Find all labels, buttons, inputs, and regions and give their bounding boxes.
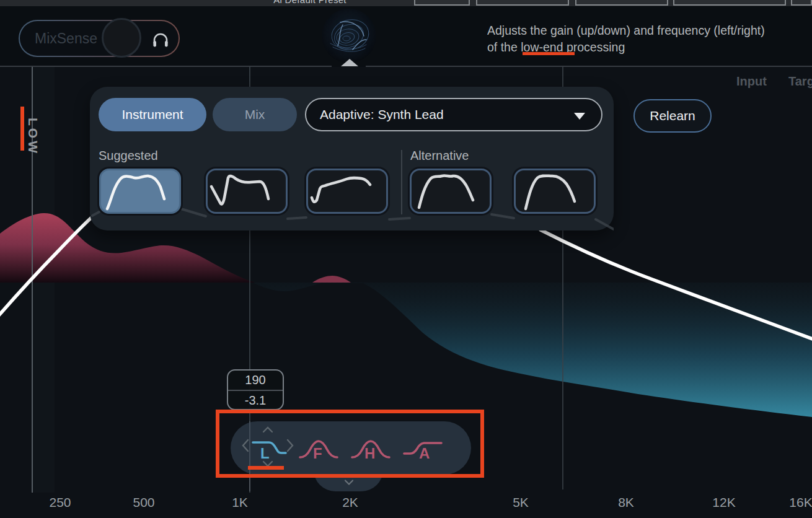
panel-collapse-arrow-icon[interactable] <box>341 59 358 66</box>
assistant-panel: Instrument Mix Adaptive: Synth Lead Sugg… <box>90 87 614 230</box>
dropdown-caret-icon <box>574 113 585 120</box>
titlebar-button[interactable] <box>673 0 786 6</box>
header-divider <box>0 66 332 67</box>
band-toolbar: L F H A <box>231 421 471 475</box>
hint-highlight: low-end <box>521 40 563 54</box>
titlebar-button[interactable] <box>414 0 470 6</box>
hint-text: Adjusts the gain (up/down) and frequency… <box>487 22 765 56</box>
band-A-button[interactable]: A <box>419 445 430 462</box>
preset-name[interactable]: Ai Default Preset <box>205 0 415 5</box>
relearn-button[interactable]: Relearn <box>633 99 712 133</box>
node-gain-value: -3.1 <box>228 391 283 410</box>
mixsense-brain-icon[interactable] <box>322 9 376 63</box>
axis-tick: 250 <box>49 495 71 510</box>
pink-spectrum-bump <box>312 276 351 283</box>
axis-tick: 1K <box>232 495 248 510</box>
target-curve-right[interactable] <box>541 230 812 340</box>
axis-tick: 12K <box>712 495 735 510</box>
axis-tick: 2K <box>342 495 358 510</box>
band-low-shelf-icon[interactable] <box>250 435 289 462</box>
host-titlebar: Ai Default Preset <box>0 0 812 6</box>
target-curve-left[interactable] <box>0 215 94 320</box>
preset-thumbnail-2[interactable] <box>206 169 288 214</box>
preset-thumbnail-3[interactable] <box>306 169 388 214</box>
target-meter-label[interactable]: Targ <box>788 74 812 89</box>
preset-thumbnail-4[interactable] <box>410 169 492 214</box>
gridline-overlay <box>249 421 250 491</box>
header-divider <box>366 66 812 67</box>
mixsense-control[interactable]: MixSense <box>19 20 180 57</box>
preset-thumbnail-1[interactable] <box>99 169 181 214</box>
preset-group-divider <box>401 150 402 214</box>
axis-tick: 5K <box>513 495 529 510</box>
alternative-label: Alternative <box>410 149 469 163</box>
headphones-icon[interactable] <box>150 29 171 53</box>
profile-dropdown[interactable]: Adaptive: Synth Lead <box>305 98 602 131</box>
band-F-button[interactable]: F <box>313 445 322 462</box>
annotation-bar-low-label <box>20 107 24 151</box>
toolbar-collapse-icon[interactable] <box>343 477 355 488</box>
mix-toggle-button[interactable]: Mix <box>213 98 297 131</box>
axis-tick: 500 <box>133 495 154 510</box>
titlebar-button[interactable] <box>791 0 812 6</box>
titlebar-button[interactable] <box>575 0 668 6</box>
node-readout: 190 -3.1 <box>227 369 284 410</box>
axis-tick: 16K <box>789 495 812 510</box>
node-frequency-value: 190 <box>228 371 283 390</box>
plugin-window: Ai Default Preset MixSense <box>0 0 812 518</box>
suggested-label: Suggested <box>99 149 158 163</box>
band-H-button[interactable]: H <box>364 445 375 462</box>
header-bar: MixSense <box>0 6 812 67</box>
instrument-toggle-button[interactable]: Instrument <box>99 98 206 131</box>
profile-dropdown-value: Adaptive: Synth Lead <box>320 107 444 122</box>
mixsense-knob[interactable] <box>102 18 141 58</box>
mixsense-label: MixSense <box>35 30 97 47</box>
input-meter-label[interactable]: Input <box>736 74 767 89</box>
teal-spectrum-area <box>253 283 812 417</box>
titlebar-button[interactable] <box>476 0 569 6</box>
band-L-button[interactable]: L <box>260 445 270 462</box>
band-region-label: LOW <box>25 118 40 156</box>
axis-tick: 8K <box>618 495 634 510</box>
preset-thumbnail-5[interactable] <box>514 169 596 214</box>
